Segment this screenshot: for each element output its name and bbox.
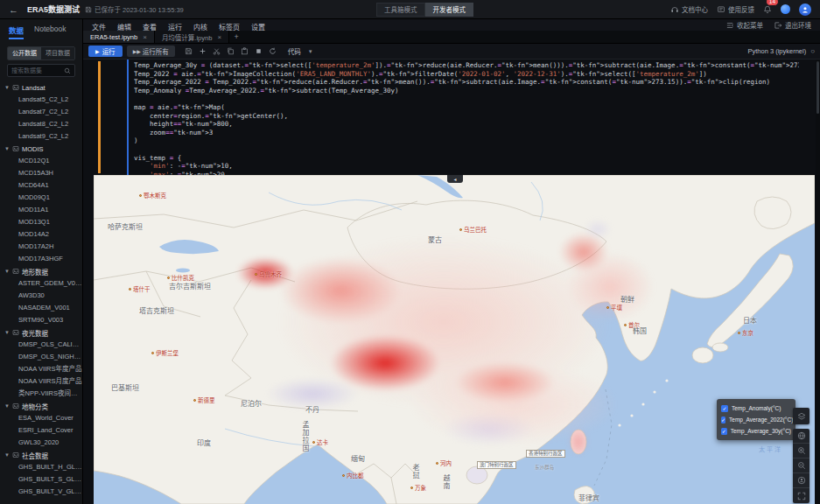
stop-icon[interactable]: [253, 46, 264, 57]
dataset-item[interactable]: MOD13Q1: [0, 216, 82, 228]
locate-button[interactable]: [793, 473, 809, 488]
dataset-item[interactable]: Landsat7_C2_L2: [0, 106, 82, 118]
close-icon[interactable]: ×: [217, 33, 221, 41]
avatar[interactable]: [799, 4, 811, 16]
headset-icon: [670, 5, 679, 14]
layer-checkbox[interactable]: ✓: [721, 428, 727, 435]
back-arrow-icon[interactable]: ←: [9, 4, 18, 15]
dataset-item[interactable]: ESA_World_Cover: [0, 412, 82, 424]
search-input[interactable]: [11, 67, 61, 74]
group-label: 社会数据: [22, 451, 48, 460]
dataset-item[interactable]: Landsat8_C2_L2: [0, 118, 82, 130]
globe-button[interactable]: [793, 429, 809, 444]
run-all-icon: ▶▶: [133, 48, 141, 54]
messenger-icon[interactable]: [781, 4, 790, 14]
dataset-group[interactable]: ▼MODIS: [0, 143, 82, 155]
data-scope-segment: 公开数据项目数据: [7, 46, 75, 60]
dataset-item[interactable]: NOAA VIIRS月度产品: [0, 375, 82, 388]
topbar: ← ERA5数据测试 已保存于 2023-01-30 13:55:39 工具箱模…: [0, 0, 820, 19]
dataset-item[interactable]: GHS_BUILT_S_GLOBE_...: [0, 473, 82, 486]
dataset-item[interactable]: MOD17A3HGF: [0, 253, 82, 265]
dataset-item[interactable]: NOAA VIIRS年度产品: [0, 363, 82, 375]
dataset-group[interactable]: ▼地物分类: [0, 400, 82, 412]
dataset-item[interactable]: DMSP_OLS_CALIBRATE...: [0, 339, 82, 351]
fullscreen-button[interactable]: [793, 488, 809, 503]
dataset-item[interactable]: MCD15A3H: [0, 167, 82, 179]
dataset-item[interactable]: AW3D30: [0, 290, 82, 302]
add-cell-icon[interactable]: [197, 46, 208, 57]
dataset-item[interactable]: MCD64A1: [0, 179, 82, 192]
layer-checkbox[interactable]: ✓: [721, 405, 728, 412]
toolbox-mode-button[interactable]: 工具箱模式: [376, 3, 425, 17]
notebook-tabbar: ERA5-test.ipynb×月均值计算.ipynb×+: [83, 31, 820, 44]
notebook-menubar: 文件编辑查看运行内核标签页设置 收起菜单 退出环境: [83, 19, 820, 31]
search-icon[interactable]: [64, 67, 71, 74]
collapse-output-icon[interactable]: ◂: [447, 175, 463, 183]
scope-button[interactable]: 公开数据: [8, 47, 41, 60]
app: ← ERA5数据测试 已保存于 2023-01-30 13:55:39 工具箱模…: [0, 0, 820, 504]
close-icon[interactable]: ×: [143, 33, 147, 41]
dataset-item[interactable]: 类NPP-VIIRS夜间灯光数据: [0, 388, 82, 400]
copy-icon[interactable]: [225, 46, 236, 57]
run-button[interactable]: ▶ 运行: [88, 46, 123, 57]
image-icon: [12, 84, 19, 91]
developer-mode-button[interactable]: 开发者模式: [425, 3, 474, 17]
feedback-link[interactable]: 使用反馈: [717, 4, 754, 14]
dataset-item[interactable]: MOD11A1: [0, 204, 82, 216]
sidebar-tab-数据[interactable]: 数据: [9, 24, 24, 39]
dataset-item[interactable]: SRTM90_V003: [0, 314, 82, 326]
new-tab-button[interactable]: +: [229, 31, 243, 43]
cell-type-dropdown[interactable]: 代码 ▼: [288, 46, 313, 56]
cut-icon[interactable]: [211, 46, 222, 57]
image-icon: [12, 145, 19, 152]
notebook-tab[interactable]: ERA5-test.ipynb×: [83, 31, 155, 43]
dataset-item[interactable]: MOD17A2H: [0, 241, 82, 253]
scrollbar[interactable]: [816, 60, 820, 504]
run-all-button[interactable]: ▶▶ 运行所有: [127, 46, 175, 57]
image-icon: [12, 452, 19, 458]
restart-icon[interactable]: [267, 46, 278, 57]
sidebar-tab-Notebook[interactable]: Notebook: [34, 24, 66, 39]
dataset-group[interactable]: ▼夜光数据: [0, 326, 82, 339]
dataset-group[interactable]: ▼地形数据: [0, 265, 82, 277]
kernel-name[interactable]: Python 3 (ipykernel): [747, 47, 806, 55]
save-icon[interactable]: [183, 46, 194, 57]
sidebar-tabs: 数据Notebook: [0, 19, 82, 43]
zoom-out-button[interactable]: [793, 458, 809, 473]
layer-checkbox[interactable]: ✓: [721, 416, 725, 424]
zoom-in-icon: [797, 446, 806, 455]
dataset-item[interactable]: GHS_BUILT_H_GLOBE_...: [0, 461, 82, 473]
notebook-tab[interactable]: 月均值计算.ipynb×: [155, 31, 229, 43]
scope-button[interactable]: 项目数据: [41, 47, 74, 60]
map-output[interactable]: 哈萨克斯坦鄂木斯克比什凯克吉尔吉斯斯坦塔什干塔吉克斯坦乌鲁木齐蒙古乌兰巴托朝鲜平…: [94, 175, 815, 504]
dataset-group[interactable]: ▼Landsat: [0, 81, 82, 94]
caret-down-icon: ▼: [4, 403, 10, 409]
dataset-item[interactable]: GHS_BUILT_V_GLOBE_...: [0, 486, 82, 498]
dataset-item[interactable]: DMSP_OLS_NIGHTTIME...: [0, 351, 82, 363]
chevron-down-icon: ▼: [308, 49, 313, 54]
dataset-item[interactable]: Landsat9_C2_L2: [0, 130, 82, 143]
globe-icon: [797, 431, 806, 440]
menu-设置[interactable]: 设置: [251, 24, 265, 32]
dataset-item[interactable]: NASADEM_V001: [0, 302, 82, 314]
dataset-group[interactable]: ▼社会数据: [0, 449, 82, 461]
dataset-item[interactable]: ASTER_GDEM_V003: [0, 277, 82, 290]
collapse-menu-button[interactable]: 收起菜单: [725, 20, 763, 30]
dataset-item[interactable]: ESRI_Land_Cover: [0, 424, 82, 437]
dataset-item[interactable]: GWL30_2020: [0, 437, 82, 449]
dataset-item[interactable]: MOD14A2: [0, 228, 82, 241]
dataset-item[interactable]: MCD12Q1: [0, 155, 82, 167]
kernel-status-icon: ○: [810, 47, 815, 55]
notifications-button[interactable]: 14: [763, 2, 772, 18]
dataset-item[interactable]: Landsat5_C2_L2: [0, 94, 82, 106]
paste-icon[interactable]: [239, 46, 250, 57]
code-cell[interactable]: Temp_Average_30y = (dataset.="tk-fn">sel…: [134, 61, 799, 175]
layers-button[interactable]: [793, 408, 809, 424]
zoom-in-button[interactable]: [793, 444, 809, 458]
active-cell-indicator[interactable]: [127, 60, 129, 175]
dataset-item[interactable]: MOD09Q1: [0, 192, 82, 204]
exit-env-button[interactable]: 退出环境: [774, 20, 811, 30]
doc-center-link[interactable]: 文档中心: [670, 4, 708, 14]
caret-down-icon: ▼: [4, 146, 10, 151]
caret-down-icon: ▼: [4, 452, 10, 458]
